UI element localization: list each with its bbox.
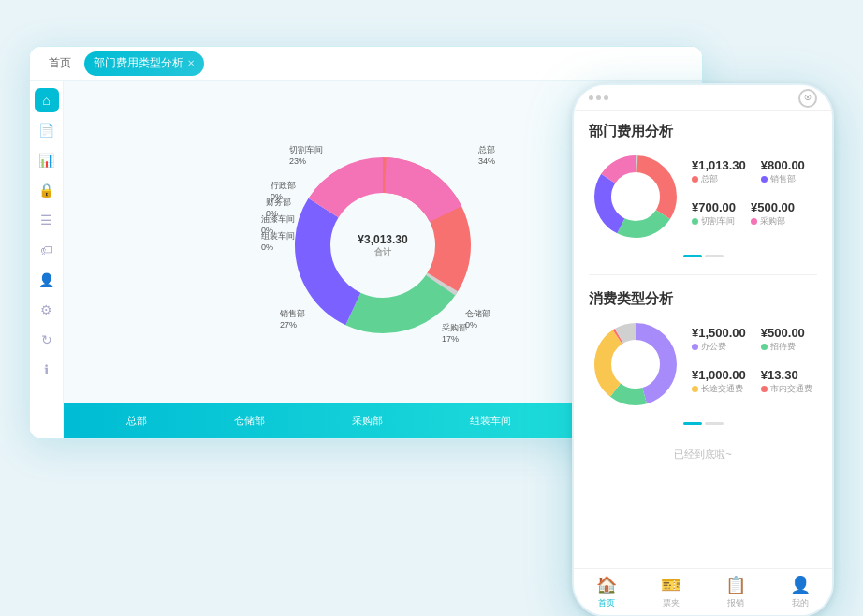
stat-label-office: 办公费 [692, 341, 746, 353]
sidebar-lock-icon[interactable]: 🔒 [35, 178, 59, 202]
notch-camera: ⦿ [798, 89, 817, 108]
stat-amount-xiaoshoubu: ¥800.00 [761, 158, 805, 172]
notch-dot-2 [596, 95, 601, 100]
stat-dot-caigobu [751, 218, 757, 225]
bottom-tab-zuzhuangcj[interactable]: 组装车间 [461, 410, 520, 432]
phone-nav-home-label: 首页 [598, 597, 615, 609]
expense-stats-row1: ¥1,500.00 办公费 ¥500.00 招待费 [692, 326, 817, 353]
expense-stats: ¥1,500.00 办公费 ¥500.00 招待费 [692, 326, 817, 403]
stat-dot-longtrip [692, 386, 698, 392]
sidebar-settings-icon[interactable]: ⚙ [35, 298, 59, 322]
stat-amount-qiegecj: ¥700.00 [692, 200, 736, 214]
notch-dots [589, 95, 608, 100]
expense-dots [589, 417, 817, 431]
stat-dot-office [692, 344, 698, 350]
donut-label: 合计 [358, 246, 407, 258]
tab-analysis-label: 部门费用类型分析 [94, 55, 183, 71]
donut-amount: ¥3,013.30 [358, 233, 407, 246]
dept-dots [589, 249, 817, 263]
phone-nav-reimbursement[interactable]: 📋 报销 [725, 575, 746, 609]
phone-nav-mine-icon: 👤 [790, 575, 811, 595]
expense-stat-entertain: ¥500.00 招待费 [761, 326, 805, 353]
dept-stat-zongbu: ¥1,013.30 总部 [692, 158, 746, 185]
donut-chart: ¥3,013.30 合计 总部34% 切割车间23% 行政部0% 财务部0% 油… [280, 142, 486, 348]
stat-dot-xiaoshoubu [761, 176, 768, 183]
sidebar-chart-icon[interactable]: 📊 [35, 148, 59, 172]
titlebar: 首页 部门费用类型分析 ✕ [30, 47, 702, 81]
end-text: 已经到底啦~ [574, 438, 832, 465]
sidebar-doc-icon[interactable]: 📄 [35, 118, 59, 142]
expense-dot-2 [705, 422, 724, 425]
phone-section-expense: 消费类型分析 [574, 279, 832, 438]
expense-section-title: 消费类型分析 [589, 290, 817, 308]
dept-stat-caigobu: ¥500.00 采购部 [751, 200, 795, 227]
stat-label-entertain: 招待费 [761, 341, 805, 353]
phone-nav-mine[interactable]: 👤 我的 [790, 575, 811, 609]
dept-section-title: 部门费用分析 [589, 123, 817, 140]
stat-dot-citytrip [761, 386, 768, 392]
bottom-tab-caigobu[interactable]: 采购部 [343, 410, 392, 432]
dept-stat-qiegecj: ¥700.00 切割车间 [692, 200, 736, 227]
dept-dot-2 [705, 255, 724, 257]
phone-scroll-content[interactable]: 部门费用分析 [574, 111, 832, 568]
expense-chart-row: ¥1,500.00 办公费 ¥500.00 招待费 [589, 317, 817, 411]
expense-stats-row2: ¥1,000.00 长途交通费 ¥13.30 市内交通费 [692, 368, 817, 395]
expense-stat-longtrip: ¥1,000.00 长途交通费 [692, 368, 746, 395]
tab-close-icon[interactable]: ✕ [187, 58, 195, 68]
stat-amount-entertain: ¥500.00 [761, 326, 805, 340]
phone-nav-reimb-icon: 📋 [725, 575, 746, 595]
section-divider-1 [589, 274, 817, 275]
expense-stat-citytrip: ¥13.30 市内交通费 [761, 368, 812, 395]
tab-home-label: 首页 [49, 55, 71, 71]
sidebar-list-icon[interactable]: ☰ [35, 208, 59, 232]
phone-section-dept: 部门费用分析 [574, 111, 832, 271]
dept-stats-row2: ¥700.00 切割车间 ¥500.00 采购部 [692, 200, 817, 227]
phone-nav-home-icon: 🏠 [596, 575, 617, 595]
stat-label-qiegecj: 切割车间 [692, 215, 736, 227]
phone-nav-reimb-label: 报销 [727, 597, 744, 609]
sidebar-person-icon[interactable]: 👤 [35, 268, 59, 292]
tab-analysis[interactable]: 部门费用类型分析 ✕ [84, 51, 204, 76]
expense-mini-chart [589, 317, 682, 411]
phone-nav-home[interactable]: 🏠 首页 [596, 575, 617, 609]
stat-label-longtrip: 长途交通费 [692, 383, 746, 395]
sidebar-refresh-icon[interactable]: ↻ [35, 328, 59, 352]
expense-donut-svg [589, 317, 682, 411]
sidebar-tag-icon[interactable]: 🏷 [35, 238, 59, 262]
phone-nav-tickets[interactable]: 🎫 票夹 [661, 575, 681, 609]
bottom-tab-cucangbu[interactable]: 仓储部 [225, 410, 274, 432]
stat-amount-longtrip: ¥1,000.00 [692, 368, 746, 382]
dept-stat-xiaoshoubu: ¥800.00 销售部 [761, 158, 805, 185]
sidebar-info-icon[interactable]: ℹ [35, 358, 59, 382]
expense-stat-office: ¥1,500.00 办公费 [692, 326, 746, 353]
stat-label-citytrip: 市内交通费 [761, 383, 812, 395]
tab-home[interactable]: 首页 [39, 51, 80, 76]
stat-label-xiaoshoubu: 销售部 [761, 173, 805, 185]
stat-dot-qiegecj [692, 218, 698, 225]
sidebar-home-icon[interactable]: ⌂ [35, 88, 59, 112]
donut-center: ¥3,013.30 合计 [358, 233, 407, 258]
notch-dot-3 [604, 95, 608, 100]
dept-stats: ¥1,013.30 总部 ¥800.00 销售部 [692, 158, 817, 235]
stat-amount-caigobu: ¥500.00 [751, 200, 795, 214]
phone-nav-tickets-icon: 🎫 [661, 575, 681, 595]
phone-nav-tickets-label: 票夹 [663, 597, 680, 609]
stat-amount-citytrip: ¥13.30 [761, 368, 812, 382]
sidebar: ⌂ 📄 📊 🔒 ☰ 🏷 👤 ⚙ ↻ ℹ [30, 81, 64, 438]
phone-nav-mine-label: 我的 [792, 597, 809, 609]
dept-dot-1 [683, 255, 702, 257]
tab-bar: 首页 部门费用类型分析 ✕ [39, 47, 204, 80]
dept-stats-row1: ¥1,013.30 总部 ¥800.00 销售部 [692, 158, 817, 185]
stat-label-caigobu: 采购部 [751, 215, 795, 227]
stat-dot-entertain [761, 344, 768, 350]
phone-bottom-nav: 🏠 首页 🎫 票夹 📋 报销 👤 我的 [574, 568, 832, 615]
mobile-phone: ⦿ 部门费用分析 [572, 83, 834, 616]
bottom-tab-zongbu[interactable]: 总部 [117, 410, 156, 432]
stat-amount-zongbu: ¥1,013.30 [692, 158, 746, 172]
stat-dot-zongbu [692, 176, 698, 183]
phone-notch: ⦿ [574, 85, 832, 111]
notch-dot-1 [589, 95, 593, 100]
dept-donut-svg [589, 150, 682, 243]
dept-chart-row: ¥1,013.30 总部 ¥800.00 销售部 [589, 150, 817, 243]
stat-amount-office: ¥1,500.00 [692, 326, 746, 340]
